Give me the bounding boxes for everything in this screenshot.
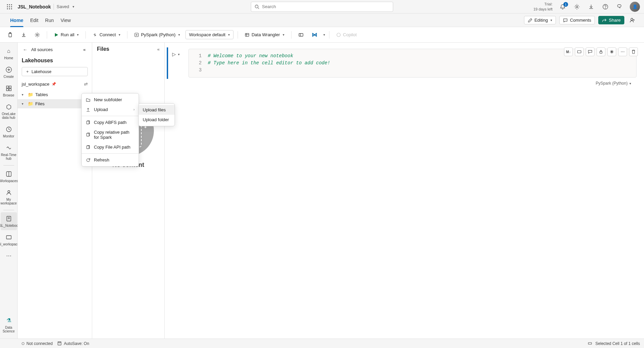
- rail-current-notebook[interactable]: JSL_Notebook: [1, 212, 17, 230]
- menu-copy-rel-spark[interactable]: Copy relative path for Spark: [82, 127, 139, 142]
- all-sources-label[interactable]: All sources: [31, 47, 53, 52]
- rail-label: My workspace: [1, 198, 17, 205]
- cell-freeze-icon[interactable]: [607, 47, 616, 56]
- kernel-selector[interactable]: PySpark (Python) ▾: [132, 30, 183, 39]
- trial-info: Trial: 19 days left: [534, 2, 552, 12]
- back-arrow-icon[interactable]: ←: [22, 46, 28, 53]
- menu-label: Upload: [94, 107, 108, 112]
- copy-icon: [86, 120, 90, 125]
- cell-lang-selector[interactable]: PySpark (Python) ▾: [167, 79, 638, 86]
- plus-circle-icon: [5, 66, 13, 73]
- ribbon-right: Editing ▾ Comments Share: [524, 16, 637, 25]
- vscode-icon[interactable]: ⋈: [309, 30, 320, 40]
- run-cell-icon[interactable]: ▷: [172, 51, 176, 57]
- collapse-panel-icon[interactable]: «: [81, 46, 88, 53]
- browse-icon: [5, 85, 13, 92]
- workspace-name: jsl_workspace: [22, 82, 49, 87]
- tab-run-label: Run: [45, 18, 54, 23]
- person-add-icon[interactable]: [628, 16, 637, 25]
- menu-copy-abfs[interactable]: Copy ABFS path: [82, 117, 139, 127]
- collapse-files-icon[interactable]: «: [157, 47, 160, 52]
- svg-rect-27: [9, 86, 11, 88]
- folder-icon: 📁: [28, 92, 33, 97]
- menu-label: New subfolder: [94, 97, 122, 102]
- rail-my-workspace[interactable]: My workspace: [1, 186, 17, 208]
- expand-icon[interactable]: [296, 30, 306, 39]
- tab-run[interactable]: Run: [42, 14, 57, 27]
- chevron-down-icon: ▾: [550, 18, 552, 22]
- download-toolbar-icon[interactable]: [18, 30, 29, 39]
- rail-browse[interactable]: Browse: [1, 82, 17, 100]
- markdown-toggle-icon[interactable]: M↓: [564, 47, 573, 56]
- pin-icon[interactable]: 📌: [52, 82, 56, 86]
- rail-more[interactable]: ⋯: [1, 249, 17, 262]
- user-avatar[interactable]: 👤: [630, 2, 640, 12]
- search-input[interactable]: [262, 4, 389, 9]
- chevron-down-icon: ▾: [77, 33, 79, 37]
- toolbar: Run all ▾ Connect ▾ PySpark (Python) ▾ W…: [0, 27, 644, 43]
- cell-convert-icon[interactable]: [575, 47, 584, 56]
- refresh-workspace-icon[interactable]: ⇄: [84, 82, 88, 87]
- tree-files[interactable]: ▾ 📁 Files ⋯: [18, 99, 92, 108]
- chevron-down-icon[interactable]: ▾: [73, 5, 74, 8]
- share-button[interactable]: Share: [598, 16, 624, 24]
- svg-point-13: [605, 8, 606, 8]
- menu-copy-file-api[interactable]: Copy File API path: [82, 142, 139, 152]
- tab-view[interactable]: View: [57, 14, 74, 27]
- comments-button[interactable]: Comments: [559, 16, 595, 24]
- chevron-down-icon[interactable]: ▾: [178, 52, 180, 56]
- rail-realtime[interactable]: Real-Time hub: [1, 142, 17, 163]
- notifications-icon[interactable]: 1: [559, 3, 567, 11]
- tree-tables[interactable]: ▾ 📁 Tables: [18, 90, 92, 99]
- run-all-button[interactable]: Run all ▾: [51, 30, 81, 39]
- trial-days: 19 days left: [534, 7, 552, 12]
- cell-more-icon[interactable]: ⋯: [618, 47, 627, 56]
- autosave-label: AutoSave: On: [64, 341, 89, 346]
- download-icon[interactable]: [587, 3, 595, 11]
- gear-toolbar-icon[interactable]: [32, 30, 43, 39]
- cell-delete-icon[interactable]: [629, 47, 638, 56]
- cell-lock-icon[interactable]: [597, 47, 605, 56]
- workspace-selector[interactable]: Workspace default ▾: [185, 30, 234, 39]
- svg-rect-26: [6, 86, 8, 88]
- workspace-row[interactable]: jsl_workspace 📌 ⇄: [18, 80, 92, 90]
- notebook-title[interactable]: JSL_Notebook: [18, 4, 51, 9]
- cell-comment-icon[interactable]: [586, 47, 595, 56]
- rail-data-science[interactable]: ⚗Data Science: [1, 314, 17, 336]
- data-wrangler-button[interactable]: Data Wrangler ▾: [242, 30, 287, 39]
- rail-workspaces[interactable]: Workspaces: [1, 168, 17, 186]
- tab-edit[interactable]: Edit: [27, 14, 42, 27]
- share-label: Share: [609, 18, 621, 23]
- search-box[interactable]: [251, 2, 393, 12]
- menu-label: Copy File API path: [94, 145, 130, 150]
- svg-point-33: [8, 191, 10, 193]
- connection-status[interactable]: Not connected: [22, 341, 53, 346]
- rail-create[interactable]: Create: [1, 63, 17, 81]
- menu-refresh[interactable]: Refresh: [82, 155, 139, 165]
- editing-mode-button[interactable]: Editing ▾: [524, 16, 556, 24]
- rail-jsl-workspace[interactable]: jsl_workspace: [1, 231, 17, 249]
- rail-onelake[interactable]: OneLake data hub: [1, 101, 17, 122]
- comments-label: Comments: [570, 18, 591, 23]
- add-lakehouse-button[interactable]: ＋ Lakehouse: [22, 67, 88, 76]
- clipboard-icon[interactable]: [5, 30, 16, 39]
- menu-sep: [82, 153, 139, 154]
- rail-home[interactable]: ⌂Home: [1, 45, 17, 63]
- line-number: 1: [194, 52, 202, 60]
- rail-sep: [3, 210, 14, 210]
- flask-icon: ⚗: [5, 317, 13, 324]
- connect-button[interactable]: Connect ▾: [90, 30, 123, 39]
- app-launcher-icon[interactable]: [4, 1, 15, 12]
- menu-upload-files[interactable]: Upload files: [139, 105, 175, 115]
- autosave-status[interactable]: AutoSave: On: [57, 341, 89, 346]
- settings-icon[interactable]: [573, 3, 581, 11]
- feedback-icon[interactable]: [616, 3, 624, 11]
- svg-line-10: [258, 7, 259, 9]
- help-icon[interactable]: [601, 3, 609, 11]
- rail-monitor[interactable]: Monitor: [1, 123, 17, 141]
- menu-new-subfolder[interactable]: New subfolder: [82, 95, 139, 105]
- tab-home[interactable]: Home: [7, 14, 27, 27]
- chevron-down-icon[interactable]: ▾: [323, 33, 325, 37]
- menu-upload[interactable]: Upload ›: [82, 105, 139, 114]
- menu-upload-folder[interactable]: Upload folder: [139, 115, 175, 125]
